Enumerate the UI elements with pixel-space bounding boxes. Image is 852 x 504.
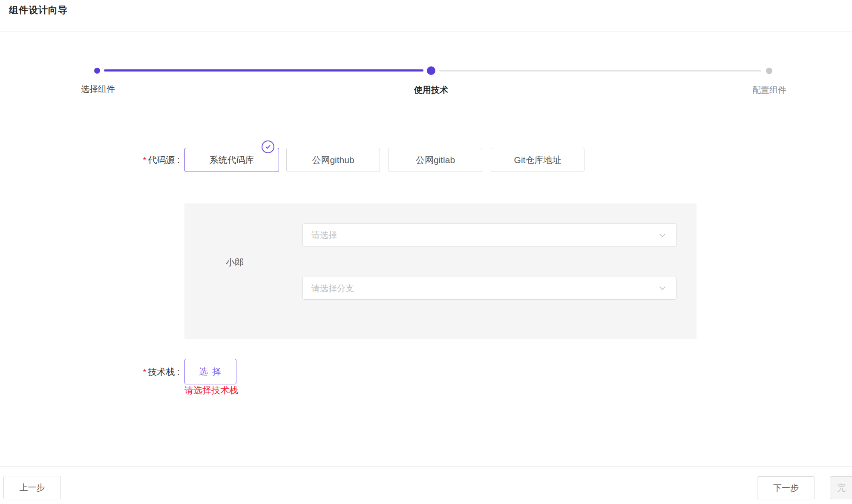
code-source-option-system-repo[interactable]: 系统代码库 <box>184 148 279 172</box>
chevron-down-icon <box>658 231 667 240</box>
step-connector-finished <box>104 69 423 72</box>
selected-check-icon <box>262 140 274 153</box>
code-source-label: *代码源 : <box>86 154 180 166</box>
branch-select-placeholder: 请选择分支 <box>311 283 658 294</box>
option-label: 公网gitlab <box>416 154 455 166</box>
chevron-down-icon <box>658 284 667 292</box>
repo-select-placeholder: 请选择 <box>311 229 658 241</box>
step-dot-pending <box>766 68 772 74</box>
required-mark: * <box>143 155 147 165</box>
footer-divider <box>0 466 852 467</box>
tech-stack-select-button[interactable]: 选 择 <box>184 359 236 384</box>
option-label: 系统代码库 <box>210 154 254 166</box>
repo-select[interactable]: 请选择 <box>302 223 676 247</box>
step-dot-active <box>427 66 435 75</box>
next-step-button[interactable]: 下一步 <box>757 476 815 499</box>
required-mark: * <box>143 367 147 377</box>
option-label: Git仓库地址 <box>514 154 561 166</box>
page-title: 组件设计向导 <box>9 4 68 17</box>
code-source-option-public-github[interactable]: 公网github <box>286 148 380 172</box>
tech-stack-error-message: 请选择技术栈 <box>184 384 238 396</box>
step-label-select-component: 选择组件 <box>81 83 115 95</box>
code-source-option-public-gitlab[interactable]: 公网gitlab <box>389 148 482 172</box>
repo-name-label: 小郎 <box>226 256 244 268</box>
finish-button-disabled[interactable]: 完 成 <box>830 476 852 499</box>
repo-config-panel: 小郎 请选择 请选择分支 <box>184 203 697 339</box>
tech-stack-label: *技术栈 : <box>86 366 180 378</box>
header-divider <box>0 31 852 32</box>
step-label-configure-component: 配置组件 <box>752 84 786 96</box>
branch-select[interactable]: 请选择分支 <box>302 277 676 300</box>
option-label: 公网github <box>312 154 354 166</box>
code-source-option-git-repo-url[interactable]: Git仓库地址 <box>491 148 584 172</box>
previous-step-button[interactable]: 上一步 <box>3 476 61 499</box>
step-label-use-technology: 使用技术 <box>414 84 448 96</box>
step-dot-finished <box>94 68 100 74</box>
step-connector-pending <box>439 70 761 72</box>
